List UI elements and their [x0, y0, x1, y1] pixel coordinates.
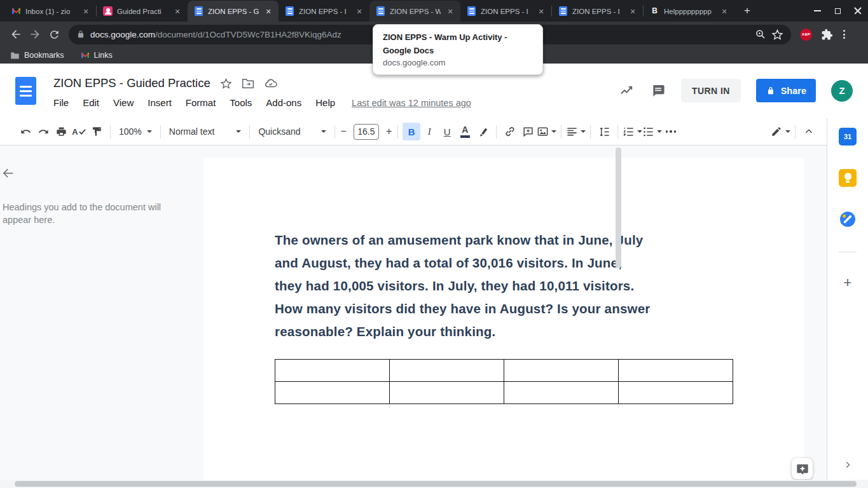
paint-format-button[interactable]: [88, 123, 106, 140]
bulleted-list-button[interactable]: [642, 123, 662, 140]
redo-button[interactable]: [34, 123, 52, 140]
menu-edit[interactable]: Edit: [83, 97, 99, 108]
table-cell[interactable]: [390, 382, 504, 404]
zoom-select[interactable]: 100%: [115, 123, 156, 140]
hide-menus-button[interactable]: [800, 123, 818, 140]
back-button[interactable]: [6, 25, 25, 44]
line-spacing-button[interactable]: [595, 123, 613, 140]
extensions-puzzle-icon[interactable]: [821, 29, 833, 41]
menu-addons[interactable]: Add-ons: [266, 97, 301, 108]
document-activity-icon[interactable]: [618, 83, 635, 98]
more-options-button[interactable]: [662, 123, 680, 140]
reload-button[interactable]: [45, 25, 64, 44]
tab-close-icon[interactable]: ✕: [536, 6, 546, 17]
increase-font-size-button[interactable]: +: [385, 126, 393, 137]
zoom-page-icon[interactable]: [755, 29, 766, 40]
tab-close-icon[interactable]: ✕: [445, 6, 455, 17]
menu-file[interactable]: File: [53, 97, 69, 108]
font-select[interactable]: Quicksand: [254, 123, 329, 140]
bold-button[interactable]: B: [403, 123, 420, 140]
tab-zion-epps-guided-active[interactable]: ZION EPPS - G ✕: [188, 1, 279, 22]
spellcheck-button[interactable]: A: [70, 123, 88, 140]
horizontal-scrollbar[interactable]: [0, 480, 868, 488]
table-cell[interactable]: [619, 360, 733, 382]
menu-format[interactable]: Format: [186, 97, 216, 108]
tab-close-icon[interactable]: ✕: [263, 6, 273, 17]
editing-mode-button[interactable]: [771, 123, 790, 140]
tab-close-icon[interactable]: ✕: [81, 6, 91, 17]
insert-image-button[interactable]: [537, 123, 556, 140]
doc-title-row: ZION EPPS - Guided Practice: [53, 76, 277, 90]
table-cell[interactable]: [390, 360, 504, 382]
explore-button[interactable]: [792, 458, 813, 479]
gmail-icon: [11, 6, 21, 16]
account-avatar[interactable]: Z: [831, 80, 853, 102]
tab-zion-epps-4[interactable]: ZION EPPS - I ✕: [460, 1, 551, 22]
keep-icon[interactable]: [839, 169, 857, 187]
google-docs-logo[interactable]: [15, 77, 36, 105]
menu-help[interactable]: Help: [315, 97, 335, 108]
vertical-scrollbar-thumb[interactable]: [616, 147, 621, 268]
tasks-icon[interactable]: [839, 210, 857, 228]
table-cell[interactable]: [619, 382, 733, 404]
new-tab-button[interactable]: +: [738, 2, 756, 20]
tab-close-icon[interactable]: ✕: [628, 6, 638, 17]
minimize-button[interactable]: [807, 0, 827, 22]
tab-hover-tooltip: ZION EPPS - Warm Up Activity - Google Do…: [373, 24, 543, 75]
document-paragraph[interactable]: The owners of an amusement park know tha…: [275, 229, 735, 343]
underline-button[interactable]: U: [438, 123, 456, 140]
add-comment-button[interactable]: [519, 123, 537, 140]
menu-insert[interactable]: Insert: [148, 97, 172, 108]
menu-view[interactable]: View: [113, 97, 134, 108]
numbered-list-button[interactable]: [623, 123, 642, 140]
bookmark-folder-bookmarks[interactable]: Bookmarks: [10, 51, 64, 60]
decrease-font-size-button[interactable]: −: [340, 126, 348, 137]
turn-in-button[interactable]: TURN IN: [681, 79, 741, 102]
table-cell[interactable]: [275, 360, 390, 382]
cloud-saved-icon[interactable]: [264, 78, 277, 89]
font-size-value[interactable]: 16.5: [354, 124, 379, 140]
adblock-extension-icon[interactable]: ABP: [800, 29, 812, 41]
move-folder-icon[interactable]: [242, 78, 254, 89]
insert-link-button[interactable]: [501, 123, 519, 140]
last-edit-link[interactable]: Last edit was 12 minutes ago: [352, 98, 471, 108]
tab-gmail-inbox[interactable]: Inbox (1) - zio ✕: [5, 1, 96, 22]
highlight-color-button[interactable]: [474, 123, 492, 140]
bookmark-links[interactable]: Links: [81, 51, 113, 60]
undo-button[interactable]: [17, 123, 34, 140]
star-doc-icon[interactable]: [220, 78, 232, 90]
menu-tools[interactable]: Tools: [230, 97, 252, 108]
tab-zion-epps-5[interactable]: ZION EPPS - I ✕: [552, 1, 643, 22]
calendar-icon[interactable]: 31: [839, 128, 857, 146]
comments-icon[interactable]: [651, 83, 666, 98]
tab-close-icon[interactable]: ✕: [172, 6, 183, 17]
forward-button[interactable]: [25, 25, 45, 44]
document-page[interactable]: The owners of an amusement park know tha…: [203, 158, 804, 480]
table-cell[interactable]: [275, 382, 390, 404]
horizontal-scrollbar-thumb[interactable]: [15, 481, 857, 487]
bookmark-star-icon[interactable]: [771, 29, 783, 41]
italic-button[interactable]: I: [420, 123, 438, 140]
collapse-panel-button[interactable]: [843, 460, 853, 472]
tab-zion-epps-2[interactable]: ZION EPPS - I ✕: [279, 1, 369, 22]
text-color-button[interactable]: A: [456, 123, 474, 140]
add-addon-button[interactable]: +: [844, 276, 852, 290]
doc-title[interactable]: ZION EPPS - Guided Practice: [53, 76, 210, 90]
outline-back-button[interactable]: [1, 166, 15, 182]
tab-zion-epps-warmup-hovered[interactable]: ZION EPPS - W ✕: [369, 1, 460, 22]
tab-help[interactable]: B Helppppppppp ✕: [644, 1, 734, 22]
align-button[interactable]: [566, 123, 586, 140]
browser-window: Inbox (1) - zio ✕ Guided Practi ✕ ZION E…: [0, 0, 868, 488]
table-cell[interactable]: [504, 382, 619, 404]
share-button[interactable]: Share: [756, 79, 816, 102]
restore-button[interactable]: [827, 0, 848, 22]
print-button[interactable]: [52, 123, 70, 140]
close-window-button[interactable]: [848, 0, 868, 22]
paragraph-style-select[interactable]: Normal text: [165, 123, 245, 140]
tab-close-icon[interactable]: ✕: [719, 6, 729, 17]
tab-close-icon[interactable]: ✕: [354, 6, 364, 17]
paragraph-line: and August, they had a total of 30,016 v…: [275, 252, 735, 274]
chrome-menu-icon[interactable]: [842, 29, 846, 40]
table-cell[interactable]: [504, 360, 619, 382]
tab-guided-practice[interactable]: Guided Practi ✕: [97, 1, 188, 22]
